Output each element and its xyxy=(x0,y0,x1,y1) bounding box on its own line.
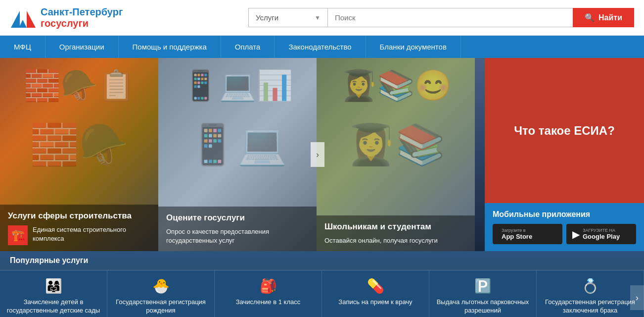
popular-item-doctor[interactable]: 💊 Запись на прием к врачу xyxy=(322,270,429,317)
nav-legislation[interactable]: Законодательство xyxy=(275,36,366,58)
nav-help[interactable]: Помощь и поддержка xyxy=(119,36,221,58)
services-dropdown[interactable]: Услуги ▼ xyxy=(248,8,327,27)
app-buttons: Загрузите в App Store ▶ ЗАГРУЗИТЕ НА Goo… xyxy=(493,224,636,244)
banner-title-evaluate: Оцените госуслуги xyxy=(166,212,309,223)
logo-area: Санкт-Петербург госуслуги xyxy=(10,6,123,29)
app-store-button[interactable]: Загрузите в App Store xyxy=(493,224,562,244)
nav-mfc[interactable]: МФЦ xyxy=(0,36,46,58)
google-play-name: Google Play xyxy=(583,233,620,240)
popular-items: 👨‍👩‍👧 Зачисление детей в государственные… xyxy=(0,270,644,317)
esia-card[interactable]: Что такое ЕСИА? xyxy=(485,58,644,203)
google-play-text: ЗАГРУЗИТЕ НА Google Play xyxy=(583,228,620,240)
logo-subtitle: госуслуги xyxy=(41,18,123,29)
nav-documents[interactable]: Бланки документов xyxy=(366,36,461,58)
banner-sub-students: Оставайся онлайн, получая госуслуги xyxy=(324,236,467,245)
popular-section: Популярные услуги 👨‍👩‍👧 Зачисление детей… xyxy=(0,251,644,317)
doctor-label: Запись на прием к врачу xyxy=(338,298,412,307)
banner-desc-students: Оставайся онлайн, получая госуслуги xyxy=(324,236,438,245)
school-icon: 🎒 xyxy=(260,279,277,293)
birth-reg-label: Государственная регистрация рождения xyxy=(113,298,208,315)
popular-item-birth-reg[interactable]: 🐣 Государственная регистрация рождения xyxy=(107,270,215,317)
logo-icon xyxy=(10,7,36,29)
svg-marker-1 xyxy=(11,11,20,28)
navbar: МФЦ Организации Помощь и поддержка Оплат… xyxy=(0,36,644,58)
banner-icon-construction: 🏗️ xyxy=(8,225,28,245)
banner-overlay-students: Школьникам и студентам Оставайся онлайн,… xyxy=(317,215,475,251)
popular-header-label: Популярные услуги xyxy=(10,256,88,264)
popular-header: Популярные услуги xyxy=(0,251,644,270)
header: Санкт-Петербург госуслуги Услуги ▼ 🔍 Най… xyxy=(0,0,644,36)
kindergarten-label: Зачисление детей в государственные детск… xyxy=(6,298,101,315)
main-content: 🧱🪖 Услуги сферы строительства 🏗️ Единая … xyxy=(0,58,644,251)
marriage-icon: 💍 xyxy=(582,279,599,293)
search-area: Услуги ▼ 🔍 Найти xyxy=(248,8,634,27)
birth-reg-icon: 🐣 xyxy=(152,279,170,293)
google-play-small-label: ЗАГРУЗИТЕ НА xyxy=(583,228,620,233)
chevron-down-icon: ▼ xyxy=(315,14,321,21)
popular-item-school[interactable]: 🎒 Зачисление в 1 класс xyxy=(215,270,322,317)
marriage-label: Государственная регистрация заключения б… xyxy=(543,298,638,315)
popular-item-parking[interactable]: 🅿️ Выдача льготных парковочных разрешени… xyxy=(429,270,537,317)
doctor-icon: 💊 xyxy=(367,279,384,293)
nav-organizations[interactable]: Организации xyxy=(46,36,119,58)
app-store-text: Загрузите в App Store xyxy=(502,228,532,240)
banner-evaluate[interactable]: 📱💻 Оцените госуслуги Опрос о качестве пр… xyxy=(158,58,317,251)
banner-overlay-evaluate: Оцените госуслуги Опрос о качестве предо… xyxy=(158,207,317,251)
banner-title-students: Школьникам и студентам xyxy=(324,221,467,232)
mobile-apps-card: Мобильные приложения Загрузите в App Sto… xyxy=(485,203,644,251)
banner-desc-construction: Единая система строительного комплекса xyxy=(33,225,150,243)
search-button[interactable]: 🔍 Найти xyxy=(573,8,634,27)
banner-sub-evaluate: Опрос о качестве предоставления государс… xyxy=(166,227,309,245)
search-icon: 🔍 xyxy=(585,13,595,22)
search-button-label: Найти xyxy=(598,13,622,22)
mobile-apps-title: Мобильные приложения xyxy=(493,210,636,219)
logo-text-area: Санкт-Петербург госуслуги xyxy=(41,6,123,29)
banner-students[interactable]: 👩‍🎓📚 Школьникам и студентам Оставайся он… xyxy=(317,58,475,251)
svg-marker-2 xyxy=(27,11,36,28)
banner-sub-construction: 🏗️ Единая система строительного комплекс… xyxy=(8,225,150,245)
school-label: Зачисление в 1 класс xyxy=(236,298,300,307)
google-play-button[interactable]: ▶ ЗАГРУЗИТЕ НА Google Play xyxy=(566,224,636,244)
services-label: Услуги xyxy=(256,13,278,22)
banner-construction[interactable]: 🧱🪖 Услуги сферы строительства 🏗️ Единая … xyxy=(0,58,158,251)
kindergarten-icon: 👨‍👩‍👧 xyxy=(45,279,62,293)
google-play-icon: ▶ xyxy=(572,228,580,240)
right-panel: Что такое ЕСИА? Мобильные приложения Заг… xyxy=(485,58,644,251)
popular-chevron-right[interactable]: › xyxy=(630,285,644,310)
svg-marker-3 xyxy=(19,20,27,28)
nav-payment[interactable]: Оплата xyxy=(221,36,275,58)
app-store-small-label: Загрузите в xyxy=(502,228,532,233)
banners-area: 🧱🪖 Услуги сферы строительства 🏗️ Единая … xyxy=(0,58,485,251)
app-store-name: App Store xyxy=(502,233,532,240)
logo-title: Санкт-Петербург xyxy=(41,6,123,18)
popular-item-marriage[interactable]: 💍 Государственная регистрация заключения… xyxy=(537,270,644,317)
banner-overlay-construction: Услуги сферы строительства 🏗️ Единая сис… xyxy=(0,205,158,251)
banners-chevron-right[interactable]: › xyxy=(311,142,324,167)
esia-title: Что такое ЕСИА? xyxy=(514,122,615,139)
banner-title-construction: Услуги сферы строительства xyxy=(8,211,150,221)
search-input[interactable] xyxy=(327,8,573,27)
parking-label: Выдача льготных парковочных разрешений xyxy=(435,298,530,315)
main-wrapper: 🧱🪖 Услуги сферы строительства 🏗️ Единая … xyxy=(0,58,644,317)
popular-item-kindergarten[interactable]: 👨‍👩‍👧 Зачисление детей в государственные… xyxy=(0,270,107,317)
banner-desc-evaluate: Опрос о качестве предоставления государс… xyxy=(166,227,309,245)
parking-icon: 🅿️ xyxy=(474,279,492,293)
